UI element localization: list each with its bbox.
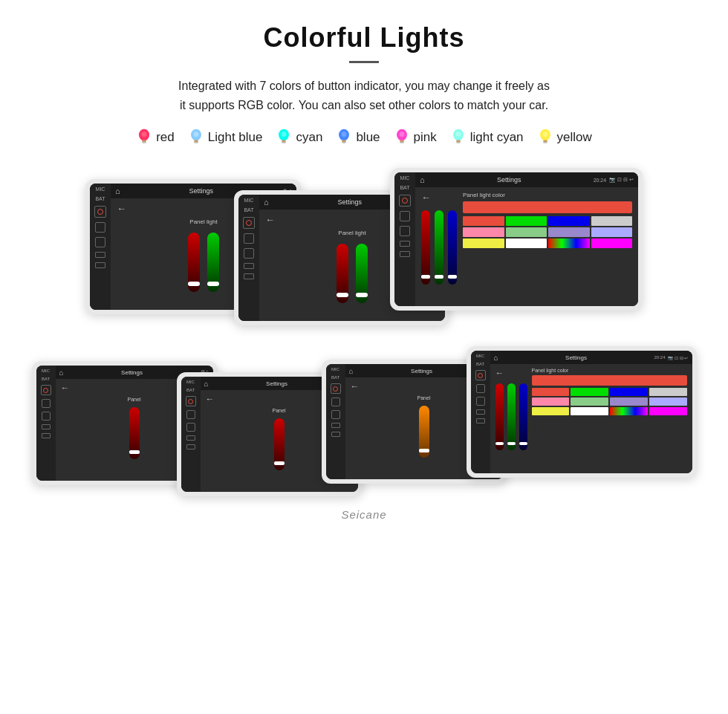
vol-icon-9 (186, 435, 195, 441)
blue-slider-3[interactable] (448, 210, 457, 285)
time-3: 20:24 (594, 178, 607, 183)
cyan-label: cyan (296, 130, 322, 145)
swatch-7-lgreen[interactable] (571, 397, 608, 406)
home-symbol-6: ⌂ (349, 367, 354, 375)
swatch-pink2[interactable] (463, 227, 504, 237)
swatch-preview-3 (463, 201, 632, 213)
svg-rect-11 (282, 142, 286, 143)
red-slider-4[interactable] (129, 407, 140, 459)
swatch-7-red[interactable] (532, 388, 570, 396)
color-item-blue: blue (336, 128, 380, 147)
blue-slider-7[interactable] (519, 383, 527, 450)
swatch-lblue[interactable] (591, 227, 633, 237)
device-sidebar-5: MIC BAT (181, 377, 201, 492)
red-slider-7[interactable] (495, 383, 504, 450)
svg-rect-7 (194, 142, 198, 143)
swatch-preview-7 (532, 375, 687, 386)
devices-row1: MIC BAT ⌂ Settings ⚙ ⁺ (30, 168, 698, 325)
green-slider-2[interactable] (356, 244, 368, 303)
back-arrow-5: ← (206, 394, 215, 404)
svg-rect-23 (456, 142, 460, 143)
swatch-7-lblue[interactable] (649, 397, 687, 406)
settings-title-3: Settings (428, 176, 591, 184)
swatch-white[interactable] (591, 216, 633, 226)
swatch-7-blue[interactable] (610, 388, 648, 396)
red-slider-1[interactable] (188, 233, 200, 292)
back-arrow-6: ← (351, 381, 360, 392)
swatch-7-white[interactable] (649, 388, 687, 396)
swatch-green[interactable] (506, 216, 547, 226)
swatch-7-purple[interactable] (610, 397, 648, 406)
home-icon-4 (42, 399, 51, 408)
svg-point-20 (399, 132, 404, 137)
vol-icon-13 (476, 409, 485, 415)
swatch-yellow2[interactable] (463, 238, 504, 248)
color-item-cyan: cyan (276, 128, 322, 147)
device-screen-3: MIC BAT ⌂ Settings 20:24 📷 ⊡ ⊟ ↩ (394, 172, 638, 306)
lightcyan-bulb-icon (450, 128, 467, 147)
watermark-text: Seicane (341, 508, 386, 521)
device-sidebar-6: MIC BAT (326, 364, 345, 479)
swatch-lgreen[interactable] (506, 227, 547, 237)
swatch-grid-3-r1 (463, 216, 632, 226)
back-arrow-7: ← (495, 368, 527, 378)
swatch-red[interactable] (463, 216, 504, 226)
blue-label: blue (356, 130, 380, 145)
vol-icon-14 (476, 418, 485, 423)
orange-slider-6[interactable] (419, 406, 429, 458)
watermark: Seicane (30, 508, 698, 521)
back-icon-2 (244, 248, 254, 259)
back-arrow-3: ← (421, 192, 457, 203)
lightblue-bulb-icon (188, 128, 204, 147)
swatch-7-pink[interactable] (532, 397, 570, 406)
home-symbol-1: ⌂ (115, 186, 120, 195)
power-icon-6 (331, 383, 341, 394)
swatch-rainbow[interactable] (548, 238, 590, 248)
back-icon-1 (95, 237, 105, 247)
svg-point-28 (542, 132, 547, 137)
swatch-7-green[interactable] (571, 388, 608, 396)
device-sidebar-4: MIC BAT (36, 366, 56, 481)
swatch-7-magenta[interactable] (649, 407, 687, 415)
home-icon-5 (186, 410, 195, 419)
back-icon-7 (476, 397, 485, 406)
red-label: red (156, 130, 175, 145)
pink-label: pink (414, 130, 437, 145)
device-frame-3: MIC BAT ⌂ Settings 20:24 📷 ⊡ ⊟ ↩ (390, 168, 643, 311)
back-arrow-4: ← (61, 383, 70, 393)
device-sidebar-7: MIC BAT (471, 351, 490, 473)
svg-rect-3 (143, 142, 146, 143)
swatch-7-rainbow[interactable] (610, 407, 648, 415)
swatch-7-yellow[interactable] (532, 407, 570, 415)
swatch-magenta[interactable] (591, 238, 633, 248)
cyan-bulb-icon (276, 128, 292, 147)
home-icon-6 (331, 397, 340, 406)
swatch-label-7: Panel light color (532, 368, 687, 373)
home-symbol-7: ⌂ (494, 354, 498, 362)
swatches-3: Panel light color (463, 192, 632, 302)
color-item-yellow: yellow (537, 128, 592, 147)
device-content-7: ← (490, 364, 692, 473)
lightcyan-label: light cyan (470, 130, 524, 145)
red-slider-5[interactable] (274, 418, 285, 470)
pink-bulb-icon (394, 128, 410, 147)
color-item-pink: pink (394, 128, 437, 147)
green-slider-3[interactable] (435, 210, 443, 285)
color-item-red: red (136, 128, 175, 147)
power-icon (94, 206, 106, 218)
vol-icon-3 (244, 263, 254, 269)
swatch-7-white2[interactable] (571, 407, 608, 415)
topbar-icons-3: 📷 ⊡ ⊟ ↩ (609, 177, 634, 183)
red-slider-2[interactable] (337, 244, 348, 303)
swatch-white2[interactable] (506, 238, 547, 248)
settings-title-4: Settings (68, 369, 196, 376)
swatch-blue[interactable] (548, 216, 590, 226)
red-slider-3[interactable] (421, 210, 430, 285)
sliders-7 (495, 382, 527, 450)
left-part-3: ← (421, 192, 457, 302)
green-slider-7[interactable] (507, 383, 516, 450)
device-sidebar-2: MIC BAT (238, 195, 259, 321)
swatch-purple[interactable] (548, 227, 590, 237)
color-item-lightcyan: light cyan (450, 128, 524, 147)
green-slider-1[interactable] (207, 233, 219, 292)
